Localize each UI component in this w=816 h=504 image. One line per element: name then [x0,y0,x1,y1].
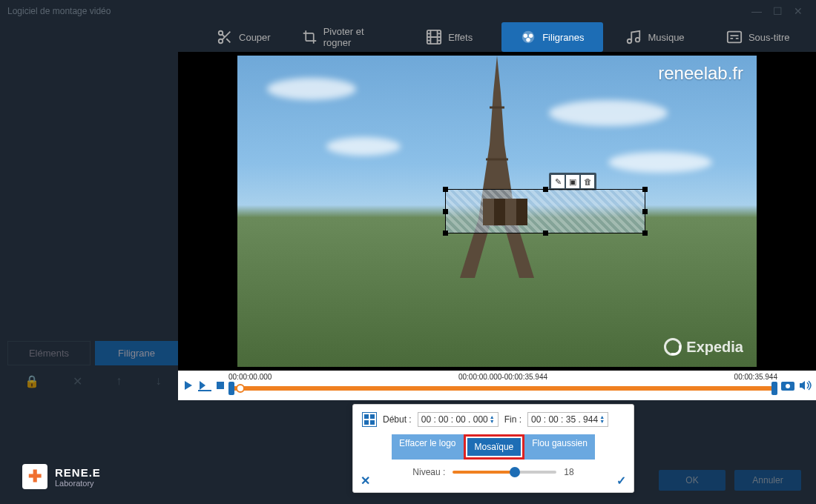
scissors-icon [217,29,233,45]
start-time-input[interactable]: 00 : 00 : 00 . 000 ▲▼ [418,412,499,427]
timeline-range-time: 00:00:00.000-00:00:35.944 [458,373,547,381]
titlebar: Logiciel de montage vidéo — ☐ ✕ [0,0,816,22]
watermark-text-top: reneelab.fr [658,63,743,84]
svg-point-6 [526,38,530,42]
snapshot-button[interactable] [780,379,795,391]
tab-cut[interactable]: Couper [193,22,295,52]
left-panel: Eléments Filigrane 🔒 ✕ ↑ ↓ [7,341,178,388]
subtitle-icon [726,29,743,45]
end-time-input[interactable]: 00 : 00 : 35 . 944 ▲▼ [527,412,608,427]
selection-toolbar: ✎ ▣ 🗑 [549,173,596,190]
tab-rotate[interactable]: Pivoter et rogner [296,22,398,52]
crop-icon [302,29,317,45]
play-button[interactable] [182,379,194,391]
svg-point-4 [524,33,528,38]
delete-selection-icon[interactable]: 🗑 [581,175,594,188]
gaussian-blur-button[interactable]: Flou gaussien [524,434,595,460]
highlight-box: Mosaïque [464,434,525,460]
svg-point-7 [628,39,632,44]
brand-logo: ✚ RENE.E Laboratory [22,464,101,489]
window-title: Logiciel de montage vidéo [7,6,111,16]
end-down-icon[interactable]: ▼ [599,420,605,424]
edit-selection-icon[interactable]: ✎ [551,175,565,188]
volume-button[interactable] [798,379,812,391]
maximize-button[interactable]: ☐ [767,4,788,19]
stop-button[interactable] [215,380,226,391]
expedia-logo-icon [664,338,682,356]
mosaic-selection-box[interactable] [445,189,645,233]
svg-point-12 [786,384,790,388]
left-tab-watermark[interactable]: Filigrane [95,341,178,365]
svg-point-5 [529,33,533,38]
move-up-icon[interactable]: ↑ [116,374,122,388]
svg-rect-9 [728,32,741,43]
tab-subtitle[interactable]: Sous-titre [707,22,809,52]
move-down-icon[interactable]: ↓ [155,374,161,388]
start-label: Début : [383,414,412,425]
range-start-handle[interactable] [228,382,234,395]
brand-subtitle: Laboratory [55,479,101,488]
timeline: 00:00:00.000 00:00:00.000-00:00:35.944 0… [178,371,816,400]
mosaic-button[interactable]: Mosaïque [467,438,521,456]
svg-point-1 [219,39,223,44]
brand-badge-icon: ✚ [22,464,47,489]
tab-music[interactable]: Musique [605,22,706,52]
close-button[interactable]: ✕ [788,4,809,19]
video-preview: reneelab.fr Expedia ✎ ▣ 🗑 [178,52,816,371]
film-icon [426,29,442,45]
image-selection-icon[interactable]: ▣ [566,175,579,188]
playhead[interactable] [236,384,245,393]
dialog-buttons: OK Annuler [659,470,801,491]
range-end-handle[interactable] [771,382,777,395]
watermark-icon [520,29,536,45]
lock-icon[interactable]: 🔒 [24,374,39,388]
music-icon [625,29,642,45]
delete-icon[interactable]: ✕ [73,374,82,388]
timeline-start-time: 00:00:00.000 [228,373,272,381]
watermark-popup: Début : 00 : 00 : 00 . 000 ▲▼ Fin : 00 :… [352,404,634,493]
timeline-end-time: 00:00:35.944 [734,373,777,381]
timeline-track[interactable]: 00:00:00.000 00:00:00.000-00:00:35.944 0… [228,374,777,397]
popup-cancel-icon[interactable]: ✕ [361,474,370,488]
eiffel-tower-graphic [423,56,571,278]
fullscreen-region-button[interactable] [362,412,377,427]
brand-name: RENE.E [55,466,101,479]
minimize-button[interactable]: — [746,4,767,19]
start-down-icon[interactable]: ▼ [490,420,495,424]
video-frame[interactable]: reneelab.fr Expedia ✎ ▣ 🗑 [237,56,757,367]
svg-rect-10 [217,382,224,389]
main-tabs: Couper Pivoter et rogner Effets Filigran… [193,22,809,52]
erase-logo-button[interactable]: Effacer le logo [392,434,464,460]
end-label: Fin : [504,414,521,425]
svg-point-0 [219,31,223,36]
popup-confirm-icon[interactable]: ✓ [616,474,626,488]
svg-point-8 [636,38,640,42]
ok-button[interactable]: OK [659,470,725,491]
watermark-text-bottom: Expedia [664,338,743,356]
play-range-button[interactable] [197,379,212,391]
cancel-button[interactable]: Annuler [734,470,801,491]
tab-watermark[interactable]: Filigranes [501,22,603,52]
left-tab-elements[interactable]: Eléments [7,341,91,365]
tab-effects[interactable]: Effets [398,22,500,52]
